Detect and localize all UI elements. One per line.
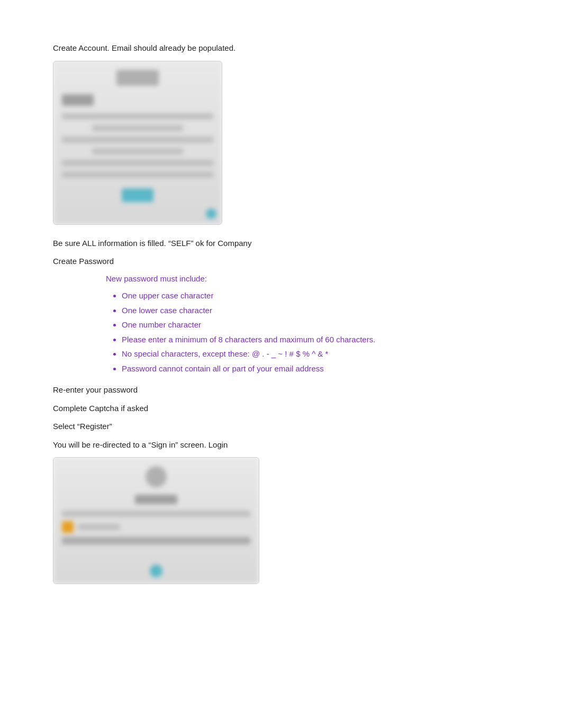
password-rule-number: One number character [122, 319, 509, 331]
complete-captcha-step: Complete Captcha if asked [53, 403, 509, 415]
password-rule-special-chars: No special characters, except these: @ .… [122, 348, 509, 360]
password-rule-length: Please enter a minimum of 8 characters a… [122, 334, 509, 346]
create-password-heading: Create Password [53, 256, 509, 268]
password-must-include-label: New password must include: [106, 273, 509, 285]
redirect-step: You will be re-directed to a “Sign in” s… [53, 439, 509, 451]
select-register-step: Select “Register” [53, 421, 509, 433]
steps-section: Re-enter your password Complete Captcha … [53, 384, 509, 451]
create-account-instruction: Create Account. Email should already be … [53, 42, 509, 54]
create-account-screenshot [53, 61, 222, 225]
password-rule-lowercase: One lower case character [122, 305, 509, 317]
password-rule-no-email: Password cannot contain all or part of y… [122, 363, 509, 375]
fill-info-instruction: Be sure ALL information is filled. “SELF… [53, 238, 509, 250]
password-rule-uppercase: One upper case character [122, 290, 509, 302]
password-rules-list: One upper case character One lower case … [122, 290, 509, 375]
sign-in-screenshot [53, 457, 259, 584]
password-rules-section: New password must include: One upper cas… [53, 273, 509, 375]
re-enter-password-step: Re-enter your password [53, 384, 509, 396]
